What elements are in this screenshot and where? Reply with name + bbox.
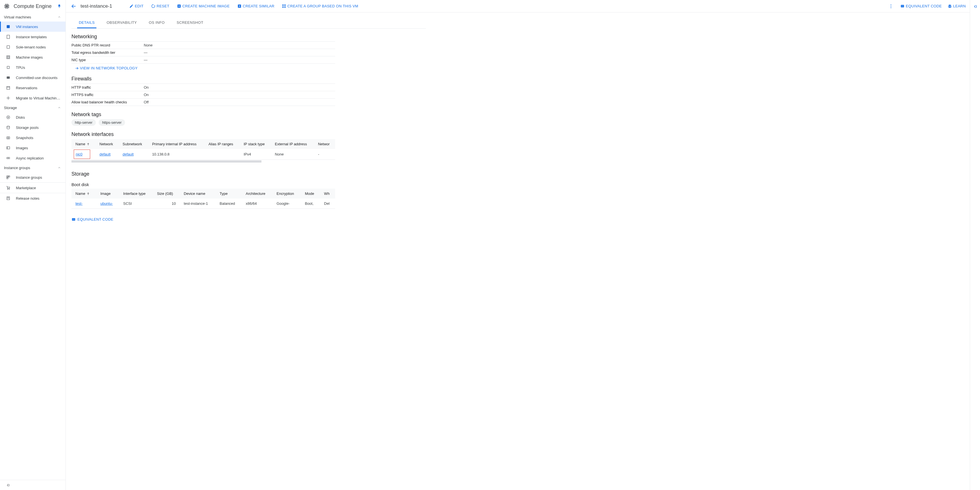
nav-section-storage[interactable]: Storage <box>0 103 65 112</box>
kv-key: HTTPS traffic <box>72 91 144 98</box>
nav-item-label: Sole-tenant nodes <box>16 45 46 49</box>
col-name[interactable]: Name <box>72 189 96 198</box>
vm-icon <box>6 24 11 29</box>
nav-item-tpus[interactable]: TPUs <box>0 62 65 73</box>
view-network-topology-button[interactable]: VIEW IN NETWORK TOPOLOGY <box>72 66 335 70</box>
col-network[interactable]: Network <box>95 139 119 149</box>
disk-device-name: test-instance-1 <box>180 198 216 209</box>
disk-mode: Boot, <box>301 198 320 209</box>
disk-interface: SCSI <box>119 198 153 209</box>
nav-item-vm-instances[interactable]: VM instances <box>0 22 65 32</box>
nav-item-machine-images[interactable]: Machine images <box>0 52 65 62</box>
calendar-icon <box>6 85 11 90</box>
nav-item-storage-pools[interactable]: Storage pools <box>0 122 65 133</box>
nav-item-images[interactable]: Images <box>0 143 65 153</box>
nav-item-label: Instance templates <box>16 35 47 39</box>
nav-item-migrate[interactable]: Migrate to Virtual Machin… <box>0 93 65 103</box>
sidebar-collapse[interactable] <box>0 480 65 490</box>
create-machine-image-button[interactable]: CREATE MACHINE IMAGE <box>177 4 230 8</box>
disk-name-link[interactable]: test- <box>75 201 83 206</box>
snapshot-icon <box>6 135 11 140</box>
nav-item-disks[interactable]: Disks <box>0 112 65 122</box>
col-ip-stack[interactable]: IP stack type <box>240 139 271 149</box>
instance-groups-icon <box>6 175 11 180</box>
equivalent-code-button[interactable]: EQUIVALENT CODE <box>900 4 942 8</box>
col-architecture[interactable]: Architecture <box>242 189 272 198</box>
nav-item-committed-use-discounts[interactable]: Committed-use discounts <box>0 73 65 83</box>
svg-rect-13 <box>7 56 10 59</box>
nav-item-release-notes[interactable]: Release notes <box>0 193 65 203</box>
nav-item-marketplace[interactable]: Marketplace <box>0 183 65 193</box>
nav-section-instance-groups[interactable]: Instance groups <box>0 163 65 172</box>
nav-item-label: Marketplace <box>16 186 36 190</box>
boot-disk-heading: Boot disk <box>72 182 335 187</box>
col-image[interactable]: Image <box>96 189 119 198</box>
edit-button[interactable]: EDIT <box>129 4 144 8</box>
button-label: LEARN <box>953 4 966 8</box>
arrow-right-icon <box>75 66 79 70</box>
nav-scroll[interactable]: Virtual machines VM instances Instance t… <box>0 13 65 480</box>
button-label: EQUIVALENT CODE <box>906 4 942 8</box>
col-when-deleted[interactable]: Wh <box>320 189 335 198</box>
col-primary-ip[interactable]: Primary internal IP address <box>148 139 204 149</box>
tab-screenshot[interactable]: SCREENSHOT <box>175 17 205 29</box>
nav-item-sole-tenant-nodes[interactable]: Sole-tenant nodes <box>0 42 65 52</box>
col-external-ip[interactable]: External IP address <box>271 139 314 149</box>
nav-item-instance-templates[interactable]: Instance templates <box>0 32 65 42</box>
col-network-tier[interactable]: Networ <box>314 139 335 149</box>
nav-item-reservations[interactable]: Reservations <box>0 83 65 93</box>
equivalent-code-bottom-button[interactable]: EQUIVALENT CODE <box>72 216 113 223</box>
nic-alias-ip <box>204 149 240 160</box>
col-size[interactable]: Size (GB) <box>153 189 180 198</box>
kv-key: HTTP traffic <box>72 84 144 91</box>
create-group-button[interactable]: CREATE A GROUP BASED ON THIS VM <box>282 4 358 8</box>
create-similar-button[interactable]: CREATE SIMILAR <box>237 4 275 8</box>
more-actions-button[interactable] <box>888 3 894 10</box>
horizontal-scrollbar[interactable] <box>72 160 261 163</box>
kv-value: None <box>144 42 335 49</box>
col-subnetwork[interactable]: Subnetwork <box>119 139 148 149</box>
add-box-icon <box>237 4 242 8</box>
chip-https-server: https-server <box>99 119 125 126</box>
nav-item-async-replication[interactable]: Async replication <box>0 153 65 163</box>
svg-point-24 <box>8 137 9 138</box>
reset-button[interactable]: RESET <box>151 4 169 8</box>
content-scroll[interactable]: Networking Public DNS PTR recordNone Tot… <box>66 28 970 490</box>
back-button[interactable] <box>70 2 78 10</box>
learn-button[interactable]: LEARN <box>947 4 966 8</box>
kv-key: Total egress bandwidth tier <box>72 49 144 56</box>
nic-name-link[interactable]: nic0 <box>76 152 83 156</box>
nic-subnetwork-link[interactable]: default <box>123 152 134 156</box>
row-lb-health-checks: Allow load balancer health checksOff <box>72 98 335 106</box>
nic-row: nic0 default default 10.138.0.8 IPv4 Non… <box>72 149 335 160</box>
tab-observability[interactable]: OBSERVABILITY <box>105 17 138 29</box>
tab-os-info[interactable]: OS INFO <box>147 17 167 29</box>
nav-item-snapshots[interactable]: Snapshots <box>0 133 65 143</box>
pin-icon[interactable] <box>56 3 62 9</box>
col-interface[interactable]: Interface type <box>119 189 153 198</box>
nav-item-label: TPUs <box>16 65 25 70</box>
tab-details[interactable]: DETAILS <box>77 17 96 29</box>
nic-network-link[interactable]: default <box>100 152 111 156</box>
disk-when-deleted: Del <box>320 198 335 209</box>
col-label: Name <box>75 192 85 196</box>
svg-point-28 <box>8 157 10 159</box>
col-type[interactable]: Type <box>216 189 242 198</box>
nav-section-virtual-machines[interactable]: Virtual machines <box>0 13 65 22</box>
collapse-icon <box>6 483 10 487</box>
sidebar: Compute Engine Virtual machines VM insta… <box>0 0 66 490</box>
col-encryption[interactable]: Encryption <box>272 189 301 198</box>
discount-icon <box>6 75 11 80</box>
svg-rect-23 <box>7 137 10 139</box>
col-alias-ip[interactable]: Alias IP ranges <box>204 139 240 149</box>
col-device-name[interactable]: Device name <box>180 189 216 198</box>
storage-heading: Storage <box>72 171 335 177</box>
nav-section-label: Instance groups <box>4 166 30 170</box>
expand-panel-button[interactable] <box>973 4 978 9</box>
col-name[interactable]: Name <box>72 139 95 149</box>
kv-key: Public DNS PTR record <box>72 42 144 49</box>
nav-item-instance-groups[interactable]: Instance groups <box>0 172 65 182</box>
nav-item-label: Async replication <box>16 156 44 160</box>
col-mode[interactable]: Mode <box>301 189 320 198</box>
disk-image-link[interactable]: ubuntu- <box>100 201 113 206</box>
